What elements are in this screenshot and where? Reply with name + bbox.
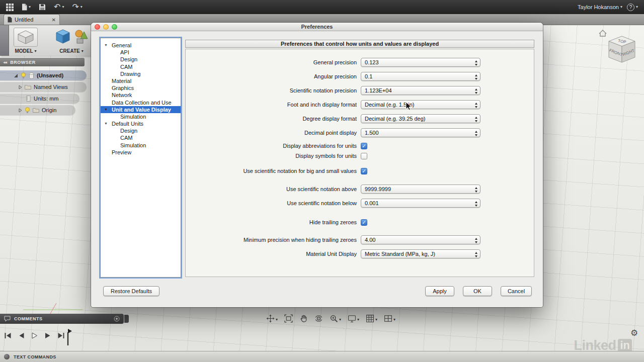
viewports-button[interactable]: ▾ [383, 313, 396, 326]
create-shapes-button[interactable] [74, 29, 89, 47]
pan-orbit-zoom-button[interactable]: ▾ [265, 313, 279, 326]
preferences-tree-item[interactable]: Simulation [101, 113, 181, 120]
preferences-tree-item[interactable]: Material [101, 77, 181, 84]
field-checkbox[interactable]: ✓ [361, 219, 367, 226]
step-forward-button[interactable] [44, 332, 51, 339]
preferences-tree-item[interactable]: ▼Unit and Value Display [101, 106, 181, 113]
undo-button[interactable]: ↶ ▾ [54, 3, 64, 11]
app-grid-button[interactable] [6, 4, 14, 11]
dialog-titlebar[interactable]: Preferences [91, 23, 543, 31]
document-icon [8, 17, 12, 23]
expander-icon[interactable] [19, 108, 22, 113]
preferences-tree-item[interactable]: Drawing [101, 70, 181, 77]
titlebar-left-group: ▾ ↶ ▾ ↷ ▾ [6, 3, 83, 11]
field-dropdown[interactable]: Decimal (e.g. 1.5 in) [361, 100, 480, 109]
application-titlebar: ▾ ↶ ▾ ↷ ▾ Taylor Hokanson ▾ ? ▾ [0, 0, 644, 14]
cancel-button[interactable]: Cancel [501, 286, 532, 296]
disclosure-triangle-icon[interactable]: ▼ [104, 106, 108, 113]
field-dropdown[interactable]: 0.1 [361, 72, 480, 81]
preferences-tree-item[interactable]: CAM [101, 63, 181, 70]
preferences-tree-item[interactable]: Preview [101, 149, 181, 156]
comments-options-icon[interactable] [114, 316, 120, 322]
preferences-tree-item[interactable]: CAM [101, 134, 181, 141]
preference-field-row: Decimal point display1.500 [186, 126, 534, 140]
preferences-tree-item[interactable]: Design [101, 56, 181, 63]
create-menu-label[interactable]: CREATE ▾ [53, 48, 90, 54]
browser-item[interactable]: Units: mm [0, 94, 79, 104]
field-dropdown[interactable]: 9999.9999 [361, 185, 480, 194]
field-dropdown[interactable]: Decimal (e.g. 39.25 deg) [361, 114, 480, 123]
preferences-tree-item[interactable]: ▼General [101, 42, 181, 49]
preference-field-row: Use scientific notation above9999.9999 [186, 182, 534, 196]
ribbon-collapse-handle[interactable] [0, 25, 9, 56]
browser-item[interactable]: (Unsaved) [0, 70, 87, 80]
model-workspace-button[interactable] [14, 28, 38, 47]
document-tab-untitled[interactable]: Untitled ✕ [4, 14, 60, 25]
model-menu-label[interactable]: MODEL ▾ [11, 48, 41, 54]
preferences-tree-item[interactable]: API [101, 49, 181, 56]
user-menu[interactable]: Taylor Hokanson ▾ [578, 4, 622, 10]
timeline-marker[interactable] [64, 328, 72, 346]
field-label: Use scientific notation below [186, 200, 357, 206]
field-checkbox[interactable]: ✓ [361, 143, 367, 149]
redo-button[interactable]: ↷ ▾ [72, 3, 82, 11]
go-to-end-button[interactable] [57, 332, 65, 339]
browser-item-label: (Unsaved) [37, 72, 63, 78]
field-label: Use scientific notation for big and smal… [186, 168, 357, 174]
save-button[interactable] [39, 4, 46, 11]
go-to-start-button[interactable] [4, 332, 12, 339]
field-dropdown[interactable]: 1.123E+04 [361, 86, 480, 95]
stepper-arrows-icon [474, 201, 478, 207]
viewcube-home-icon[interactable] [599, 30, 606, 36]
viewcube[interactable]: TOP FRONT RIGHT [596, 25, 644, 73]
browser-item[interactable]: Named Views [0, 82, 87, 92]
model-label-text: MODEL [15, 48, 33, 54]
grid-and-snaps-button[interactable]: ▾ [365, 313, 378, 326]
preferences-tree-item[interactable]: Simulation [101, 142, 181, 149]
field-checkbox[interactable]: ✓ [361, 168, 367, 174]
help-menu[interactable]: ? ▾ [627, 4, 638, 11]
preferences-tree-item[interactable]: Graphics [101, 84, 181, 92]
field-dropdown[interactable]: 0.123 [361, 58, 480, 67]
disclosure-triangle-icon[interactable]: ▼ [104, 120, 108, 127]
text-commands-label[interactable]: TEXT COMMANDS [14, 354, 56, 359]
tree-item-label: CAM [120, 64, 132, 70]
preferences-tree-item[interactable]: Data Collection and Use [101, 99, 181, 106]
preference-field-row: Angular precision0.1 [186, 69, 534, 83]
preferences-tree-item[interactable]: ▼Default Units [101, 120, 181, 127]
fit-view-button[interactable] [283, 313, 294, 326]
field-dropdown[interactable]: 0.001 [361, 199, 480, 208]
play-button[interactable] [31, 332, 38, 339]
create-primitive-button[interactable] [55, 29, 70, 47]
zoom-button[interactable]: ▾ [329, 313, 342, 326]
preferences-tree-item[interactable]: Design [101, 127, 181, 134]
browser-panel-header[interactable]: ◀◀ BROWSER [0, 58, 85, 66]
pan-button[interactable] [298, 313, 309, 326]
step-back-button[interactable] [18, 332, 25, 339]
field-checkbox[interactable] [361, 153, 367, 159]
field-dropdown[interactable]: Metric Standard (MPa, kg, J) [361, 249, 480, 258]
settings-gear-icon[interactable]: ⚙ [630, 329, 638, 337]
field-label: Degree display format [186, 116, 357, 122]
field-dropdown[interactable]: 4.00 [361, 235, 480, 244]
comments-bar[interactable]: COMMENTS [0, 314, 124, 324]
restore-defaults-button[interactable]: Restore Defaults [103, 286, 159, 296]
create-label-text: CREATE [59, 48, 79, 54]
apply-button[interactable]: Apply [425, 286, 454, 296]
preference-field-row: Use scientific notation for big and smal… [186, 166, 534, 176]
expander-icon[interactable] [19, 85, 22, 89]
ok-button[interactable]: OK [463, 286, 492, 296]
field-dropdown[interactable]: 1.500 [361, 128, 480, 137]
field-label: Use scientific notation above [186, 186, 357, 192]
browser-item[interactable]: Origin [0, 105, 75, 115]
preferences-tree-item[interactable]: Network [101, 92, 181, 99]
expander-icon[interactable] [14, 73, 18, 78]
collapse-panel-icon[interactable]: ◀◀ [3, 60, 7, 64]
display-settings-button[interactable]: ▾ [347, 313, 360, 326]
comments-drag-handle[interactable] [124, 315, 129, 323]
file-menu-button[interactable]: ▾ [22, 4, 31, 11]
orbit-button[interactable] [313, 313, 324, 326]
text-commands-icon[interactable] [4, 354, 10, 359]
tab-close-icon[interactable]: ✕ [52, 17, 56, 23]
disclosure-triangle-icon[interactable]: ▼ [104, 42, 108, 49]
